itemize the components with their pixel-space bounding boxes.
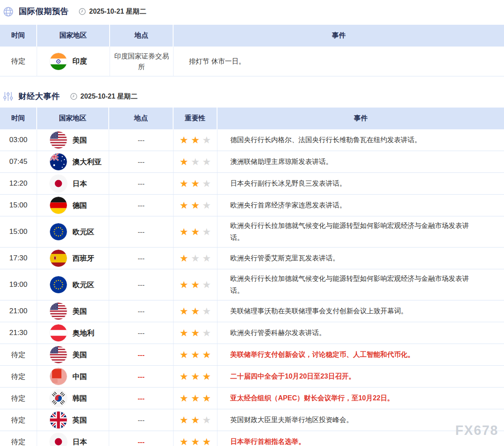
importance-cell: ★★★ [174, 431, 217, 446]
location-cell: --- [109, 248, 174, 269]
importance-cell: ★★★ [174, 344, 217, 365]
star-icon: ★ [180, 254, 188, 263]
country-name: 韩国 [72, 394, 87, 403]
importance-cell: ★★★ [174, 269, 217, 300]
location-cell: --- [109, 269, 174, 300]
country-cell: 美国 [37, 129, 109, 151]
country-cell: 日本 [37, 431, 109, 446]
event-row: 21:00美国---★★★美联储理事沃勒在美联储理事会支付创新会议上致开幕词。 [0, 300, 504, 322]
country-cell: 澳大利亚 [37, 151, 109, 172]
event-text: 欧洲央行行长拉加德就气候变化与能源转型如何影响宏观经济与金融市场发表讲话。 [230, 220, 480, 244]
event-cell: 欧洲央行管委科赫尔发表讲话。 [217, 322, 504, 344]
clock-icon [78, 8, 86, 15]
star-icon: ★ [202, 415, 211, 425]
time-cell: 待定 [0, 47, 37, 76]
star-icon: ★ [191, 280, 200, 290]
location-cell: --- [109, 431, 174, 446]
star-icon: ★ [191, 350, 200, 360]
au-flag-icon [50, 153, 67, 170]
country-cell: 美国 [37, 344, 109, 365]
event-cell: 美联储理事沃勒在美联储理事会支付创新会议上致开幕词。 [217, 300, 504, 322]
star-icon: ★ [202, 394, 211, 403]
us-flag-icon [50, 131, 67, 149]
country-name: 德国 [72, 201, 87, 210]
star-icon: ★ [202, 201, 211, 210]
country-name: 西班牙 [72, 254, 94, 263]
holiday-date: 2025-10-21 星期二 [78, 7, 146, 16]
country-name: 澳大利亚 [72, 157, 101, 167]
col-location: 地点 [109, 108, 174, 129]
importance-cell: ★★★ [174, 300, 217, 322]
jp-flag-icon [50, 433, 67, 446]
star-icon: ★ [202, 179, 211, 189]
star-icon: ★ [180, 350, 188, 360]
location-cell: --- [109, 366, 174, 387]
event-text: 欧洲央行管委艾斯克里瓦发表讲话。 [230, 252, 339, 264]
country-name: 美国 [72, 350, 87, 360]
country-cell: 德国 [37, 195, 109, 216]
time-cell: 03:00 [0, 129, 37, 151]
time-cell: 07:45 [0, 151, 37, 172]
country-cell: 印度 [37, 47, 110, 76]
event-row: 待定英国---★★★英国财政大臣里夫斯举行地区投资峰会。 [0, 409, 504, 431]
importance-cell: ★★★ [174, 322, 217, 344]
event-row: 15:00欧元区---★★★欧洲央行行长拉加德就气候变化与能源转型如何影响宏观经… [0, 216, 504, 248]
time-cell: 待定 [0, 409, 37, 431]
event-text: 日本举行首相指名选举。 [230, 436, 305, 446]
country-cell: 奥地利 [37, 322, 109, 344]
de-flag-icon [50, 197, 67, 214]
star-icon: ★ [202, 437, 211, 446]
event-text: 排灯节 休市一日。 [189, 55, 245, 67]
event-cell: 排灯节 休市一日。 [174, 47, 504, 76]
star-icon: ★ [191, 135, 200, 145]
star-icon: ★ [180, 227, 188, 237]
events-table-header: 时间 国家地区 地点 重要性 事件 [0, 108, 504, 129]
country-name: 欧元区 [72, 227, 94, 237]
globe-icon [3, 6, 14, 17]
holiday-table-body: 待定印度印度国家证券交易所排灯节 休市一日。 [0, 47, 504, 76]
importance-cell: ★★★ [174, 195, 217, 216]
star-icon: ★ [191, 157, 200, 167]
star-icon: ★ [180, 415, 188, 425]
country-name: 美国 [72, 135, 87, 145]
time-cell: 21:00 [0, 300, 37, 322]
time-cell: 21:30 [0, 322, 37, 344]
events-table-body: 03:00美国---★★★德国央行行长内格尔、法国央行行长维勒鲁瓦在纽约发表讲话… [0, 129, 504, 446]
location-cell: --- [109, 300, 174, 322]
event-text: 美联储理事沃勒在美联储理事会支付创新会议上致开幕词。 [230, 305, 408, 317]
holiday-table: 时间 国家地区 地点 事件 待定印度印度国家证券交易所排灯节 休市一日。 [0, 25, 504, 76]
star-icon: ★ [180, 157, 188, 167]
event-row: 19:00欧元区---★★★欧洲央行行长拉加德就气候变化与能源转型如何影响宏观经… [0, 269, 504, 300]
location-cell: --- [109, 409, 174, 431]
importance-cell: ★★★ [174, 129, 217, 151]
kr-flag-icon [50, 390, 67, 407]
event-row: 03:00美国---★★★德国央行行长内格尔、法国央行行长维勒鲁瓦在纽约发表讲话… [0, 129, 504, 151]
holiday-table-header: 时间 国家地区 地点 事件 [0, 25, 504, 47]
country-cell: 美国 [37, 300, 109, 322]
events-date-text: 2025-10-21 星期二 [81, 92, 138, 101]
location-cell: --- [109, 195, 174, 216]
star-icon: ★ [202, 350, 211, 360]
holiday-section-header: 国际假期预告 2025-10-21 星期二 [0, 0, 504, 19]
event-cell: 欧洲央行管委艾斯克里瓦发表讲话。 [217, 248, 504, 269]
country-cell: 欧元区 [37, 269, 109, 300]
star-icon: ★ [180, 328, 188, 338]
importance-cell: ★★★ [174, 366, 217, 387]
star-icon: ★ [191, 437, 200, 446]
event-row: 待定日本---★★★日本举行首相指名选举。 [0, 431, 504, 446]
country-name: 日本 [72, 179, 87, 189]
country-name: 中国 [72, 372, 87, 382]
star-icon: ★ [202, 254, 211, 263]
star-icon: ★ [191, 254, 200, 263]
event-row: 17:30西班牙---★★★欧洲央行管委艾斯克里瓦发表讲话。 [0, 248, 504, 269]
time-cell: 待定 [0, 344, 37, 365]
time-cell: 12:20 [0, 173, 37, 194]
event-cell: 日本央行副行长冰见野良三发表讲话。 [217, 173, 504, 194]
holiday-section-title: 国际假期预告 [19, 6, 69, 17]
location-cell: 印度国家证券交易所 [110, 47, 174, 76]
country-cell: 英国 [37, 409, 109, 431]
event-cell: 欧洲央行首席经济学家连恩发表讲话。 [217, 195, 504, 216]
time-cell: 19:00 [0, 269, 37, 300]
star-icon: ★ [180, 179, 188, 189]
event-text: 欧洲央行行长拉加德就气候变化与能源转型如何影响宏观经济与金融市场发表讲话。 [230, 273, 480, 297]
